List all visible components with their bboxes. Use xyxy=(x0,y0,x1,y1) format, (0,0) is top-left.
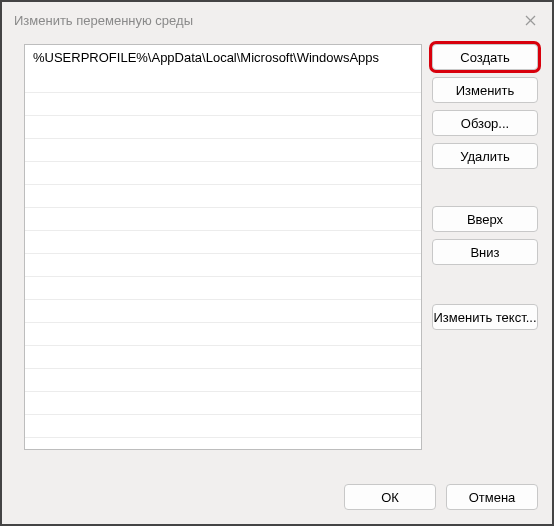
dialog-footer: ОК Отмена xyxy=(24,470,538,510)
side-button-column: Создать Изменить Обзор... Удалить Вверх … xyxy=(432,44,538,470)
move-down-button[interactable]: Вниз xyxy=(432,239,538,265)
path-listbox[interactable]: %USERPROFILE%\AppData\Local\Microsoft\Wi… xyxy=(24,44,422,450)
browse-button[interactable]: Обзор... xyxy=(432,110,538,136)
cancel-button[interactable]: Отмена xyxy=(446,484,538,510)
move-up-button[interactable]: Вверх xyxy=(432,206,538,232)
list-item[interactable]: %USERPROFILE%\AppData\Local\Microsoft\Wi… xyxy=(25,45,421,70)
close-icon[interactable] xyxy=(520,10,540,30)
titlebar: Изменить переменную среды xyxy=(2,2,552,38)
delete-button[interactable]: Удалить xyxy=(432,143,538,169)
dialog-body: %USERPROFILE%\AppData\Local\Microsoft\Wi… xyxy=(2,38,552,524)
ok-button[interactable]: ОК xyxy=(344,484,436,510)
dialog-title: Изменить переменную среды xyxy=(14,13,193,28)
dialog-window: Изменить переменную среды %USERPROFILE%\… xyxy=(0,0,554,526)
list-grid-lines xyxy=(25,70,421,449)
edit-button[interactable]: Изменить xyxy=(432,77,538,103)
edit-text-button[interactable]: Изменить текст... xyxy=(432,304,538,330)
create-button[interactable]: Создать xyxy=(432,44,538,70)
